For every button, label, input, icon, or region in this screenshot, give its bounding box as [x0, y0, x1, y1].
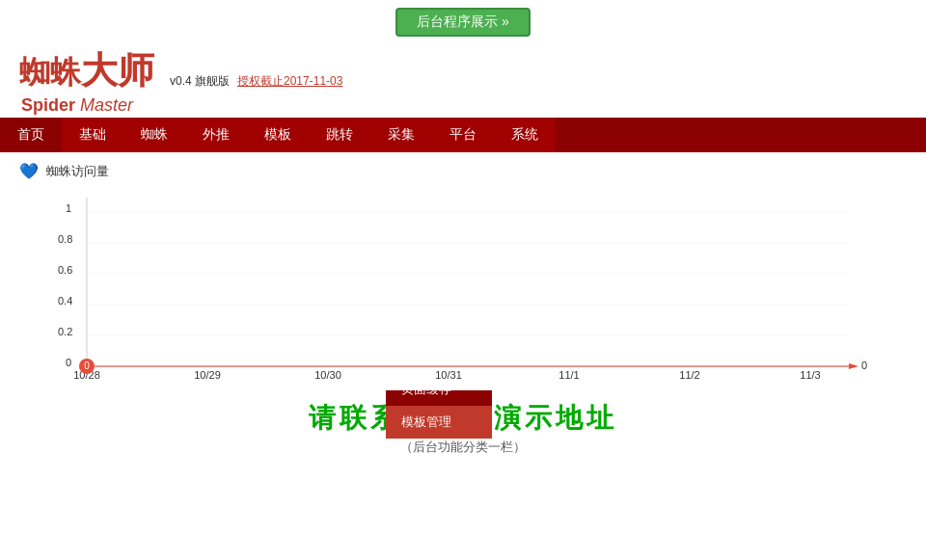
- heart-icon: 💙: [19, 162, 39, 180]
- svg-text:11/2: 11/2: [679, 369, 699, 381]
- logo-en: Spider Master: [21, 95, 154, 116]
- backend-demo-button[interactable]: 后台程序展示 »: [395, 8, 531, 37]
- svg-marker-8: [849, 363, 858, 369]
- nav-tiaoz[interactable]: 跳转: [309, 118, 370, 152]
- nav-menu: 首页 基础 蜘蛛 外推 模板 跳转 采集 平台 系统: [0, 118, 926, 152]
- spider-info: 💙 蜘蛛访问量: [19, 162, 907, 180]
- license-link[interactable]: 授权截止2017-11-03: [237, 73, 342, 90]
- svg-text:10/30: 10/30: [314, 369, 341, 381]
- logo-area: 蜘蛛大师 Spider Master v0.4 旗舰版 授权截止2017-11-…: [0, 40, 926, 118]
- logo-info: v0.4 旗舰版 授权截止2017-11-03: [170, 73, 342, 90]
- svg-text:0: 0: [66, 357, 71, 368]
- svg-text:0: 0: [861, 360, 867, 371]
- nav-weitui[interactable]: 外推: [185, 118, 247, 152]
- nav-pingtai[interactable]: 平台: [432, 118, 494, 152]
- svg-text:10/31: 10/31: [435, 369, 462, 381]
- chart-area: 0 0.2 0.4 0.6 0.8 1 10/28 10/29 10/30 10…: [48, 188, 878, 381]
- svg-text:0.4: 0.4: [58, 295, 72, 307]
- nav-home[interactable]: 首页: [0, 118, 62, 152]
- version-label: v0.4 旗舰版: [170, 73, 230, 90]
- nav-moban[interactable]: 模板: [247, 118, 309, 152]
- top-banner: 后台程序展示 »: [0, 0, 926, 40]
- nav-caiji[interactable]: 采集: [370, 118, 432, 152]
- svg-text:0: 0: [84, 360, 90, 371]
- navbar: 首页 基础 蜘蛛 外推 模板 跳转 采集 平台 系统 索引池管理 权重池管理 关…: [0, 118, 926, 152]
- spider-visit-label: 蜘蛛访问量: [46, 163, 109, 180]
- svg-text:0.6: 0.6: [58, 264, 72, 276]
- svg-text:11/3: 11/3: [800, 369, 820, 381]
- svg-text:0.8: 0.8: [58, 233, 72, 245]
- svg-text:0.2: 0.2: [58, 326, 72, 337]
- chart-svg: 0 0.2 0.4 0.6 0.8 1 10/28 10/29 10/30 10…: [48, 188, 878, 381]
- nav-xitong[interactable]: 系统: [494, 118, 556, 152]
- menu-moban-manage[interactable]: 模板管理: [386, 406, 492, 439]
- main-area: 💙 蜘蛛访问量 0 0.2 0.4 0.6 0.8 1 10/28 10/29 …: [0, 152, 926, 390]
- bottom-sub-text: （后台功能分类一栏）: [0, 439, 926, 456]
- nav-spider[interactable]: 蜘蛛: [123, 118, 185, 152]
- logo-cn: 蜘蛛大师: [19, 46, 154, 95]
- svg-text:10/29: 10/29: [194, 369, 221, 381]
- svg-text:11/1: 11/1: [558, 369, 579, 381]
- svg-text:1: 1: [66, 202, 71, 214]
- nav-jichi[interactable]: 基础: [62, 118, 123, 152]
